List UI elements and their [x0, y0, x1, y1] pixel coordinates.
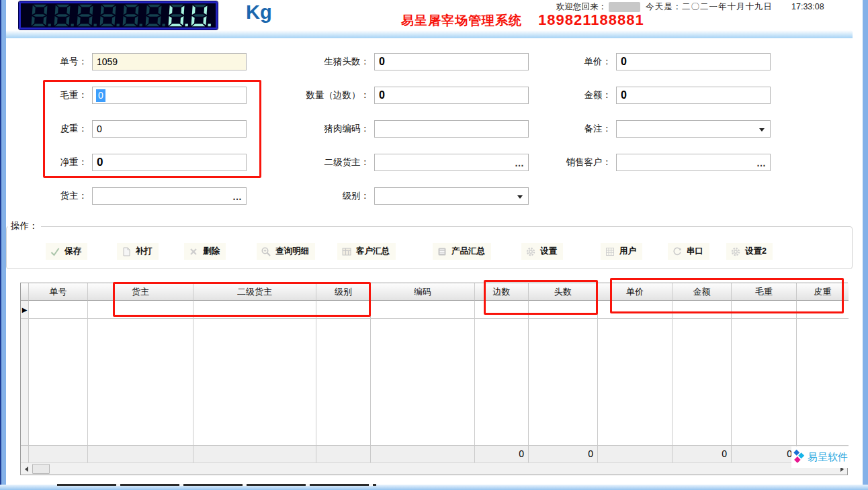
led-digit [120, 3, 145, 28]
chevron-down-icon[interactable] [517, 195, 523, 199]
grid-cell[interactable] [732, 301, 797, 319]
grid-total-cell [193, 445, 316, 462]
net-weight-input[interactable] [92, 154, 247, 171]
grid-column-header[interactable]: 编码 [371, 283, 475, 301]
sales-customer-picker[interactable]: … [616, 154, 771, 171]
toolbar-button-5[interactable]: 客户汇总 [337, 243, 396, 260]
toolbar-button-6[interactable]: 产品汇总 [433, 243, 491, 260]
serial-port-icon [672, 246, 683, 257]
grid-column-header[interactable]: 毛重 [732, 283, 797, 301]
grid-column-header[interactable]: 单号 [29, 283, 88, 301]
grid-body-column [29, 319, 88, 445]
unit-price-input[interactable] [616, 53, 771, 70]
grid-total-cell: 0 [732, 445, 797, 462]
tare-weight-input[interactable] [92, 120, 247, 138]
remark-label: 备注： [511, 120, 611, 138]
triangle-left-icon [25, 467, 28, 472]
quantity-sides-input[interactable] [374, 87, 529, 104]
grid-cell[interactable] [316, 301, 371, 319]
grid-cell[interactable] [29, 301, 88, 319]
toolbar-button-1[interactable]: 保存 [46, 243, 87, 260]
toolbar-button-label: 补打 [136, 246, 153, 257]
grid-cell[interactable] [88, 301, 193, 319]
product-summary-icon [437, 246, 447, 257]
grid-column-header[interactable]: 金额 [672, 283, 732, 301]
toolbar-button-label: 保存 [64, 246, 81, 257]
toolbar-button-2[interactable]: 补打 [117, 243, 159, 260]
pig-head-count-label: 生猪头数： [269, 53, 370, 70]
grid-column-header[interactable]: 皮重 [797, 283, 849, 301]
gross-weight-selected-text: 0 [96, 89, 105, 102]
grid-column-header[interactable]: 级别 [316, 283, 371, 301]
grid-body-column [672, 319, 732, 445]
search-detail-icon [261, 246, 271, 257]
contact-phone: 189821188881 [538, 11, 644, 29]
grid-cell[interactable] [598, 301, 672, 319]
row-selection-marker: ▶ [21, 301, 29, 319]
grid-total-cell [316, 445, 371, 462]
secondary-owner-picker[interactable]: … [374, 154, 529, 171]
scrollbar-left-arrow[interactable] [21, 463, 32, 475]
tare-weight-label: 皮重： [20, 120, 87, 138]
owner-label: 货主： [20, 187, 87, 205]
grid-column-header[interactable]: 头数 [529, 283, 598, 301]
grid-selector-header [21, 283, 29, 301]
grid-body-column [529, 319, 598, 445]
toolbar-button-7[interactable]: 设置 [521, 243, 563, 260]
grid-body-column [598, 319, 672, 445]
sales-customer-label: 销售客户： [511, 154, 611, 171]
toolbar-button-4[interactable]: 查询明细 [257, 243, 315, 260]
remark-dropdown[interactable] [616, 120, 771, 138]
toolbar-button-label: 设置2 [745, 246, 767, 257]
owner-picker[interactable]: … [92, 187, 247, 205]
grid-total-cell [88, 445, 193, 462]
grade-dropdown[interactable] [374, 187, 529, 205]
grid-total-cell: 0 [672, 445, 732, 462]
date-label: 今天是：二〇二一年十月十九日 [646, 1, 773, 13]
title-bar: 易呈屠宰场管理系统 189821188881 [401, 11, 644, 30]
pig-head-count-input[interactable] [374, 53, 529, 70]
toolbar-button-8[interactable]: 用户 [601, 243, 642, 260]
led-digit [75, 3, 99, 28]
grid-body-column [371, 319, 475, 445]
grid-cell[interactable] [193, 301, 316, 319]
grid-cell[interactable] [371, 301, 475, 319]
grid-column-header[interactable]: 二级货主 [193, 283, 316, 301]
owner-ellipsis-button[interactable]: … [232, 190, 242, 203]
save-check-icon [50, 246, 60, 257]
led-digit [97, 3, 122, 28]
toolbar-button-label: 设置 [540, 246, 557, 257]
grid-column-header[interactable]: 单价 [598, 283, 672, 301]
led-digit [143, 3, 168, 28]
amount-input[interactable] [616, 87, 771, 104]
led-digits [29, 3, 214, 28]
pork-code-input[interactable] [374, 120, 529, 138]
toolbar-button-10[interactable]: 设置2 [726, 243, 773, 260]
order-no-input[interactable] [92, 53, 247, 70]
gross-weight-input[interactable]: 0 [92, 87, 247, 104]
grid-cell[interactable] [475, 301, 529, 319]
chevron-down-icon[interactable] [759, 128, 765, 132]
scale-led-display [19, 1, 218, 30]
user-name-redacted [609, 2, 640, 12]
app-window: { "scale": { "value": "0.0", "unit": "Kg… [0, 0, 868, 490]
grid-horizontal-scrollbar[interactable] [21, 462, 847, 475]
grid-cell[interactable] [672, 301, 732, 319]
toolbar-button-label: 用户 [619, 246, 636, 257]
vendor-logo-text: 易呈软件 [808, 451, 848, 464]
order-no-label: 单号： [20, 53, 87, 70]
delete-x-icon [188, 246, 199, 257]
window-frame-right [863, 0, 868, 490]
scrollbar-thumb[interactable] [32, 464, 50, 474]
gross-weight-label: 毛重： [20, 87, 87, 104]
toolbar-button-3[interactable]: 删除 [184, 243, 226, 260]
grid-cell[interactable] [797, 301, 849, 319]
toolbar-button-9[interactable]: 串口 [668, 243, 709, 260]
grid-column-header[interactable]: 边数 [475, 283, 529, 301]
secondary-owner-label: 二级货主： [269, 154, 370, 171]
sales-customer-ellipsis-button[interactable]: … [756, 156, 766, 170]
welcome-label: 欢迎您回来： [556, 1, 607, 13]
grid-column-header[interactable]: 货主 [88, 283, 193, 301]
grid-total-cell: 0 [529, 445, 598, 462]
grid-cell[interactable] [529, 301, 598, 319]
